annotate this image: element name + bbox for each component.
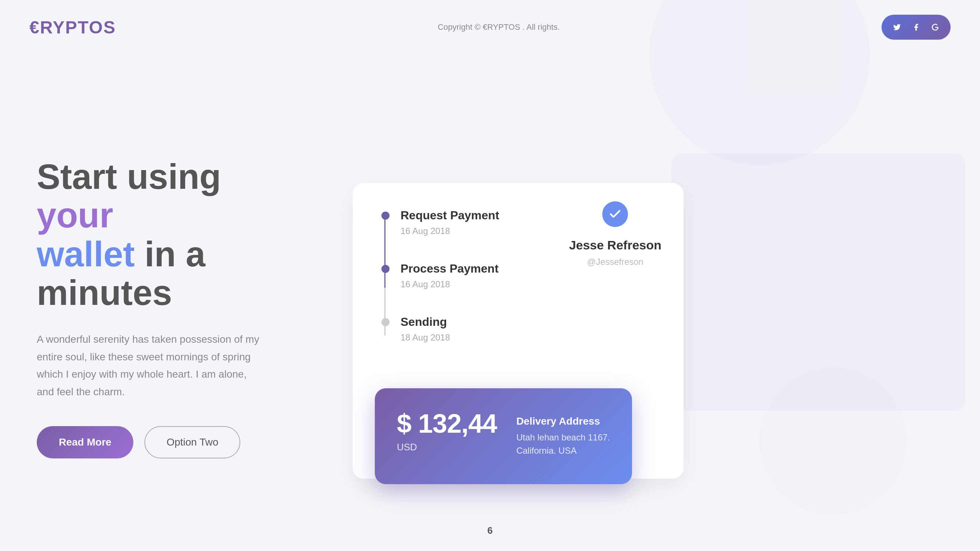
delivery-address-line1: Utah lehan beach 1167. — [516, 431, 610, 444]
profile-handle: @Jessefreson — [569, 257, 662, 267]
behind-card-decoration — [671, 154, 965, 411]
read-more-button[interactable]: Read More — [37, 426, 134, 459]
delivery-address-label: Delivery Address — [516, 416, 610, 427]
social-icons-container — [881, 15, 951, 40]
title-part1: Start using — [37, 157, 221, 196]
timeline-dot-sending — [382, 318, 390, 326]
profile-section: Jesse Refreson @Jessefreson — [569, 201, 662, 267]
payment-card: $ 132,44 USD Delivery Address Utah lehan… — [375, 388, 632, 484]
google-icon[interactable] — [927, 19, 943, 35]
timeline-date-process: 16 Aug 2018 — [401, 279, 658, 289]
delivery-address-line2: California. USA — [516, 444, 610, 457]
timeline-item-sending: Sending 18 Aug 2018 — [401, 315, 658, 343]
logo: €RYPTOS — [29, 17, 116, 38]
title-accent-wallet: wallet — [37, 234, 135, 274]
main-content: Start using your wallet in a minutes A w… — [0, 54, 980, 546]
hero-title: Start using your wallet in a minutes — [37, 157, 294, 312]
hero-buttons: Read More Option Two — [37, 426, 294, 459]
option-two-button[interactable]: Option Two — [145, 426, 240, 459]
page-number: 6 — [487, 525, 492, 536]
hero-right: Request Payment 16 Aug 2018 Process Paym… — [331, 154, 943, 448]
copyright-text: Copyright © €RYPTOS . All rights. — [438, 22, 560, 32]
timeline-dot-request — [382, 211, 390, 220]
timeline-dot-process — [382, 265, 390, 273]
facebook-icon[interactable] — [908, 19, 924, 35]
timeline-title-sending: Sending — [401, 315, 658, 329]
check-circle-icon — [602, 201, 628, 227]
twitter-icon[interactable] — [889, 19, 905, 35]
profile-name: Jesse Refreson — [569, 238, 662, 252]
timeline-date-sending: 18 Aug 2018 — [401, 332, 658, 343]
hero-left: Start using your wallet in a minutes A w… — [37, 143, 294, 459]
hero-description: A wonderful serenity has taken possessio… — [37, 330, 264, 400]
title-accent-your: your — [37, 195, 113, 235]
header: €RYPTOS Copyright © €RYPTOS . All rights… — [0, 0, 980, 54]
